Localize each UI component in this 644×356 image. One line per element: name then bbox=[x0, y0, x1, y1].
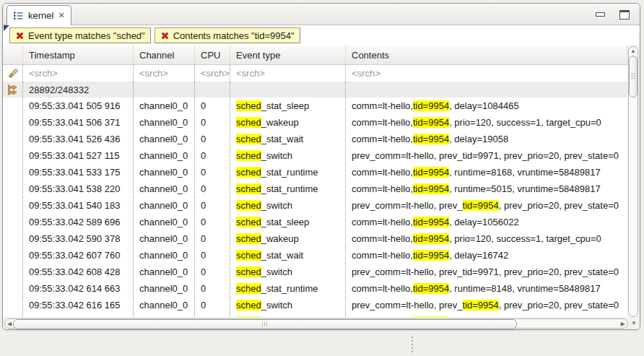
tab-close-icon[interactable]: ✕ bbox=[58, 12, 64, 19]
cell-event-type: sched_stat_sleep bbox=[230, 97, 346, 114]
cell-text: _stat_sleep bbox=[261, 100, 310, 111]
table-row[interactable]: 09:55:33.041 506 371channel0_00sched_wak… bbox=[3, 114, 627, 131]
filter-bar: Event type matches "sched"Contents match… bbox=[3, 25, 640, 45]
table-row[interactable]: 09:55:33.042 616 165channel0_00sched_swi… bbox=[3, 297, 627, 313]
table-row[interactable]: 09:55:33.041 526 436channel0_00sched_sta… bbox=[3, 131, 627, 147]
highlight-match: tid=9954 bbox=[413, 250, 449, 261]
table-row[interactable]: 09:55:33.041 527 115channel0_00sched_swi… bbox=[3, 147, 627, 164]
highlight-match: tid=9954 bbox=[413, 217, 449, 227]
maximize-icon[interactable] bbox=[619, 10, 630, 19]
table-row[interactable]: 09:55:33.042 608 428channel0_00sched_swi… bbox=[3, 264, 627, 280]
remove-filter-icon[interactable] bbox=[160, 31, 170, 40]
row-marker-cell bbox=[3, 280, 23, 297]
sash-handle[interactable] bbox=[412, 337, 413, 352]
cell-text: _stat_wait bbox=[261, 250, 304, 261]
cell-timestamp: 09:55:33.042 608 428 bbox=[23, 264, 134, 280]
search-row: <srch> <srch> <srch> <srch> <srch> bbox=[3, 65, 627, 82]
remove-filter-icon[interactable] bbox=[15, 31, 25, 40]
scroll-left-icon[interactable]: ◀ bbox=[7, 319, 12, 327]
cell-channel: channel0_0 bbox=[134, 181, 195, 197]
cell-text: _switch bbox=[261, 200, 292, 211]
filter-chip[interactable]: Event type matches "sched" bbox=[9, 27, 151, 43]
highlight-match: sched bbox=[236, 217, 261, 227]
cell-text: comm=lt-hello, bbox=[352, 283, 413, 294]
cell-timestamp: 09:55:33.041 533 175 bbox=[23, 164, 134, 181]
cell-event-type: sched_switch bbox=[230, 297, 346, 313]
header-timestamp[interactable]: Timestamp bbox=[23, 45, 134, 64]
table-row[interactable]: 09:55:33.042 607 760channel0_00sched_sta… bbox=[3, 247, 627, 264]
cell-channel: channel0_0 bbox=[134, 164, 195, 181]
filter-match-count: 28892/248332 bbox=[23, 82, 134, 97]
scroll-right-icon[interactable]: ▶ bbox=[621, 319, 625, 327]
table-header-row: Timestamp Channel CPU Event type Content… bbox=[3, 45, 627, 65]
search-input-event-type[interactable]: <srch> bbox=[230, 65, 346, 82]
cell-cpu: 0 bbox=[195, 264, 230, 280]
cell-text: _wakeup bbox=[261, 233, 299, 244]
cell-cpu: 0 bbox=[195, 181, 230, 197]
cell-text: _stat_runtime bbox=[261, 167, 318, 178]
table-content: Timestamp Channel CPU Event type Content… bbox=[3, 45, 640, 317]
horizontal-scrollbar[interactable]: ◀ ▶ bbox=[4, 318, 628, 329]
table-row[interactable]: 09:55:33.042 589 696channel0_00sched_sta… bbox=[3, 214, 627, 230]
header-channel[interactable]: Channel bbox=[134, 45, 195, 64]
cell-timestamp: 09:55:33.041 527 115 bbox=[23, 147, 134, 164]
horizontal-scrollbar-thumb[interactable] bbox=[13, 319, 517, 329]
highlight-match: sched bbox=[236, 100, 261, 111]
row-marker-cell bbox=[3, 114, 23, 131]
filter-chip[interactable]: Contents matches "tid=9954" bbox=[155, 27, 300, 43]
highlight-match: sched bbox=[236, 134, 261, 144]
cell-text: _stat_wait bbox=[261, 134, 304, 144]
scroll-up-icon[interactable]: ▲ bbox=[630, 47, 636, 55]
table-row[interactable]: 09:55:33.042 590 378channel0_00sched_wak… bbox=[3, 230, 627, 247]
row-marker-cell bbox=[3, 264, 23, 280]
search-input-timestamp[interactable]: <srch> bbox=[23, 65, 134, 82]
search-placeholder: <srch> bbox=[139, 68, 168, 79]
highlight-match: sched bbox=[236, 117, 261, 128]
filter-status-icon-cell bbox=[3, 82, 23, 97]
cell-timestamp: 09:55:33.042 607 760 bbox=[23, 247, 134, 264]
highlight-match: tid=9954 bbox=[463, 300, 499, 311]
filter-label: Contents matches "tid=9954" bbox=[173, 30, 295, 41]
vertical-scrollbar-track[interactable]: ▲ bbox=[628, 46, 638, 317]
table-row[interactable]: 09:55:33.041 505 916channel0_00sched_sta… bbox=[3, 97, 627, 114]
cell-text: prev_comm=lt-hello, prev_ bbox=[352, 200, 463, 211]
highlight-match: tid=9954 bbox=[413, 233, 449, 244]
cell-channel: channel0_0 bbox=[134, 230, 195, 247]
cell-event-type: sched_stat_runtime bbox=[230, 181, 346, 197]
vertical-scrollbar-thumb[interactable] bbox=[629, 56, 638, 97]
cell-text: , delay=19058 bbox=[449, 134, 508, 144]
minimize-icon[interactable] bbox=[596, 12, 605, 17]
header-event-type[interactable]: Event type bbox=[230, 45, 346, 64]
search-input-cpu[interactable]: <srch> bbox=[195, 65, 230, 82]
tab-kernel[interactable]: kernel ✕ bbox=[6, 5, 71, 25]
search-input-channel[interactable]: <srch> bbox=[134, 65, 195, 82]
filter-bar-collapse-marker[interactable] bbox=[4, 25, 9, 31]
cell-text: _wakeup bbox=[261, 117, 299, 128]
cell-text: comm=lt-hello, bbox=[352, 250, 413, 261]
highlight-match: sched bbox=[236, 200, 261, 211]
table-row[interactable]: 09:55:33.042 614 663channel0_00sched_sta… bbox=[3, 280, 627, 297]
cell-contents: comm=lt-hello, tid=9954, delay=16742 bbox=[346, 247, 627, 264]
table-row[interactable]: 09:55:33.041 540 183channel0_00sched_swi… bbox=[3, 197, 627, 214]
header-contents[interactable]: Contents bbox=[346, 45, 627, 64]
vertical-scrollbar[interactable]: ▲ bbox=[627, 45, 640, 317]
cell-cpu: 0 bbox=[195, 230, 230, 247]
cell-text: , delay=16742 bbox=[449, 250, 508, 261]
cell-text: comm=lt-hello, bbox=[352, 183, 413, 194]
cell-contents: comm=lt-hello, tid=9954, delay=19058 bbox=[346, 131, 627, 147]
cell-text: _stat_runtime bbox=[261, 283, 318, 294]
scroll-down-icon[interactable]: ▼ bbox=[631, 319, 637, 327]
cell-event-type: sched_stat_sleep bbox=[230, 214, 346, 230]
search-row-icon-cell bbox=[3, 65, 23, 82]
table-row[interactable]: 09:55:33.041 538 220channel0_00sched_sta… bbox=[3, 181, 627, 197]
header-cpu[interactable]: CPU bbox=[195, 45, 230, 64]
cell-timestamp: 09:55:33.041 506 371 bbox=[23, 114, 134, 131]
cell-timestamp: 09:55:33.041 505 916 bbox=[23, 97, 134, 114]
highlight-match: sched bbox=[236, 266, 261, 277]
cell-event-type: sched_switch bbox=[230, 147, 346, 164]
cell-text: , runtime=8148, vruntime=58489817 bbox=[449, 283, 601, 294]
table-row[interactable]: 09:55:33.041 533 175channel0_00sched_sta… bbox=[3, 164, 627, 181]
cell-text: comm=lt-hello, bbox=[352, 233, 413, 244]
search-input-contents[interactable]: <srch> bbox=[346, 65, 627, 82]
filter-status-empty bbox=[230, 82, 346, 97]
